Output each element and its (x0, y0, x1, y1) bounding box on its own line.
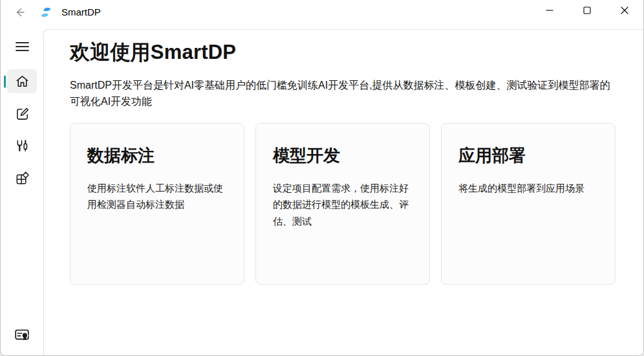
card-data-annotation[interactable]: 数据标注 使用标注软件人工标注数据或使用检测器自动标注数据 (70, 123, 244, 285)
page-title: 欢迎使用SmartDP (70, 39, 620, 66)
card-app-deployment[interactable]: 应用部署 将生成的模型部署到应用场景 (441, 123, 616, 285)
smartdp-logo-icon (38, 5, 54, 20)
nav-menu-toggle[interactable] (9, 36, 35, 58)
card-title: 数据标注 (87, 144, 228, 167)
certificate-license-icon (14, 327, 30, 342)
active-indicator (4, 75, 6, 87)
close-button[interactable] (606, 0, 643, 21)
edit-compose-icon (15, 106, 30, 121)
card-model-development[interactable]: 模型开发 设定项目配置需求，使用标注好的数据进行模型的模板生成、评估、测试 (255, 123, 430, 285)
card-description: 设定项目配置需求，使用标注好的数据进行模型的模板生成、评估、测试 (273, 180, 414, 230)
sidebar (1, 29, 43, 355)
maximize-icon (583, 6, 591, 14)
sidebar-item-annotation[interactable] (7, 102, 37, 126)
card-description: 使用标注软件人工标注数据或使用检测器自动标注数据 (87, 180, 228, 213)
page-description: SmartDP开发平台是针对AI零基础用户的低门槛免训练AI开发平台,提供从数据… (70, 78, 620, 110)
window-controls (531, 0, 643, 21)
minimize-icon (546, 6, 553, 14)
card-title: 模型开发 (273, 144, 414, 167)
titlebar: SmartDP (1, 0, 643, 29)
apps-grid-icon (15, 171, 30, 186)
tools-wrench-screwdriver-icon (15, 139, 30, 153)
close-icon (621, 6, 628, 14)
card-title: 应用部署 (458, 144, 599, 167)
back-button[interactable] (10, 3, 29, 22)
maximize-button[interactable] (568, 0, 606, 21)
card-description: 将生成的模型部署到应用场景 (458, 180, 599, 197)
sidebar-item-model-dev[interactable] (7, 134, 37, 158)
sidebar-item-home[interactable] (7, 69, 37, 93)
home-icon (15, 74, 30, 89)
minimize-button[interactable] (531, 0, 568, 21)
app-title: SmartDP (61, 6, 101, 17)
sidebar-item-license[interactable] (7, 322, 37, 346)
feature-cards: 数据标注 使用标注软件人工标注数据或使用检测器自动标注数据 模型开发 设定项目配… (70, 123, 620, 285)
sidebar-item-deployment[interactable] (7, 166, 37, 190)
hamburger-menu-icon (16, 41, 29, 52)
main-content: 欢迎使用SmartDP SmartDP开发平台是针对AI零基础用户的低门槛免训练… (43, 29, 643, 355)
app-window: SmartDP (0, 0, 644, 356)
back-arrow-icon (14, 6, 25, 18)
